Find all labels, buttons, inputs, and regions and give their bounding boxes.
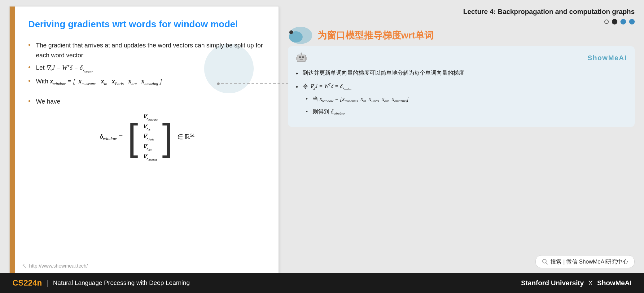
bottom-divider: | — [46, 279, 48, 287]
bracket-left: [ — [128, 118, 138, 156]
dots-row — [288, 19, 635, 24]
svg-rect-5 — [302, 56, 304, 58]
svg-rect-4 — [299, 56, 301, 58]
svg-rect-10 — [306, 57, 307, 60]
main-container: Deriving gradients wrt words for window … — [0, 0, 644, 293]
svg-rect-6 — [300, 59, 303, 60]
bottom-bar: CS224n | Natural Language Processing wit… — [0, 273, 644, 293]
dot-blue — [620, 19, 626, 24]
dot-dark-1 — [612, 19, 617, 24]
slide-title: Deriving gradients wrt words for window … — [28, 19, 266, 29]
svg-point-14 — [217, 82, 220, 85]
dot-blue-2 — [629, 19, 635, 24]
matrix-row-3: ∇xParis — [143, 132, 158, 141]
stanford-text: Stanford University — [521, 279, 584, 287]
svg-point-8 — [301, 53, 302, 54]
matrix-row-5: ∇xamazing — [143, 153, 158, 161]
chinese-panel-title: 为窗口模型推导梯度wrt单词 — [318, 29, 434, 42]
svg-line-12 — [546, 263, 547, 264]
slide-footer: ↖ http://www.showmeai.tech/ — [22, 263, 88, 269]
left-slide-panel: Deriving gradients wrt words for window … — [9, 6, 279, 276]
svg-rect-3 — [297, 55, 306, 62]
showmeai-card: ShowMeAI 到达并更新单词向量的梯度可以简单地分解为每个单词向量的梯度 令… — [288, 46, 635, 127]
cursor-icon: ↖ — [22, 263, 27, 269]
wave-logo-icon — [288, 26, 313, 45]
course-code: CS224n — [12, 278, 42, 288]
delta-lhs: δwindow = — [100, 132, 123, 141]
card-bullet-list: 到达并更新单词向量的梯度可以简单地分解为每个单词向量的梯度 令 ∇xJ = WT… — [296, 68, 627, 117]
card-bullet-2: 令 ∇xJ = WTδ = δxwindow 当 xwindow = [xmus… — [296, 82, 627, 117]
slide-orange-bar — [10, 7, 15, 276]
matrix-row-2: ∇xin — [143, 122, 158, 131]
x-symbol: X — [588, 279, 593, 287]
bottom-left: CS224n | Natural Language Processing wit… — [12, 278, 190, 288]
matrix-equation: δwindow = [ ∇xmuseums ∇xin ∇xParis ∇xare… — [28, 113, 266, 161]
card-sub-list: 当 xwindow = [xmuseums xin xParis xare xa… — [306, 94, 627, 117]
bracket-right: ] — [162, 118, 173, 156]
right-panel: Lecture 4: Backpropagation and computati… — [279, 0, 644, 293]
card-sub-item-2: 则得到 δwindow — [306, 107, 627, 117]
bottom-right: Stanford University X ShowMeAI — [521, 279, 632, 287]
card-bullet-1: 到达并更新单词向量的梯度可以简单地分解为每个单词向量的梯度 — [296, 68, 627, 78]
search-icon — [542, 259, 548, 265]
showmeai-brand: ShowMeAI — [588, 54, 627, 62]
svg-point-2 — [289, 30, 293, 34]
search-bar[interactable]: 搜索 | 微信 ShowMeAI研究中心 — [535, 255, 635, 268]
matrix-items: ∇xmuseums ∇xin ∇xParis ∇xare ∇xamazing — [143, 113, 158, 161]
robot-icon — [296, 52, 307, 64]
bullet-item-1: The gradient that arrives at and updates… — [28, 40, 266, 60]
belongs-to: ∈ ℝ5d — [177, 133, 195, 141]
search-text: 搜索 | 微信 ShowMeAI研究中心 — [550, 258, 628, 265]
footer-url: http://www.showmeai.tech/ — [29, 263, 88, 269]
showmeai-footer-text: ShowMeAI — [597, 279, 632, 287]
card-sub-item-1: 当 xwindow = [xmuseums xin xParis xare xa… — [306, 94, 627, 104]
course-name: Natural Language Processing with Deep Le… — [53, 279, 190, 286]
svg-rect-9 — [296, 57, 297, 60]
dot-outline — [604, 20, 609, 24]
matrix-row-1: ∇xmuseums — [143, 113, 158, 121]
connector-line — [217, 68, 294, 99]
showmeai-card-header: ShowMeAI — [296, 52, 627, 64]
matrix-row-4: ∇xare — [143, 143, 158, 151]
chinese-header-row: 为窗口模型推导梯度wrt单词 — [288, 26, 635, 45]
